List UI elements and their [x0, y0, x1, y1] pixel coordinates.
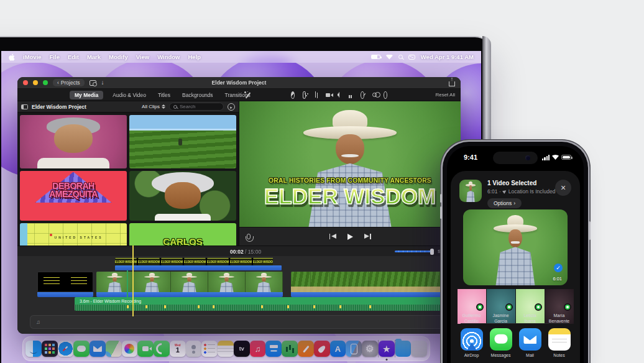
dock-phone[interactable]	[154, 341, 170, 357]
dock-app-store[interactable]	[330, 341, 346, 357]
play-button[interactable]	[347, 234, 353, 240]
minimize-window-button[interactable]	[33, 80, 38, 85]
dock-rocket-app[interactable]	[314, 341, 330, 357]
contact-leticia-ibarra[interactable]: LeticiaIbarra	[516, 289, 545, 324]
dock-downloads-folder[interactable]	[395, 341, 412, 357]
interview-audio-strip[interactable]	[96, 292, 283, 297]
spotlight-search-icon[interactable]	[398, 55, 403, 59]
share-app-notes[interactable]: Notes	[545, 328, 574, 357]
dock-messages[interactable]	[73, 341, 90, 357]
reset-all-button[interactable]: Reset All	[435, 92, 455, 98]
dock-settings[interactable]	[362, 341, 378, 357]
info-icon[interactable]	[384, 91, 387, 99]
side-button[interactable]	[589, 221, 591, 240]
speed-icon[interactable]	[361, 91, 364, 99]
color-palette-icon[interactable]	[303, 91, 306, 99]
volume-icon[interactable]	[338, 91, 341, 99]
dock-reminders[interactable]	[201, 341, 218, 357]
media-search-field[interactable]	[169, 103, 224, 111]
media-tab[interactable]: Titles	[155, 91, 173, 99]
title-clip[interactable]: ELDER WISDOM	[184, 258, 206, 265]
credits-clip[interactable]	[37, 272, 93, 292]
share-app-mail[interactable]: Mail	[516, 328, 545, 357]
media-tab[interactable]: Audio & Video	[110, 91, 149, 99]
next-frame-button[interactable]	[364, 234, 371, 239]
import-download-icon[interactable]: ↓	[101, 80, 104, 86]
clip-farm-field[interactable]	[129, 115, 236, 168]
title-track-bar[interactable]	[115, 265, 282, 270]
contact-guillermo-castillo[interactable]: GuillermoCastillo	[458, 289, 486, 324]
close-window-button[interactable]	[23, 80, 28, 85]
battery-icon[interactable]	[371, 55, 380, 59]
clip-map-united-states[interactable]: UNITED STATES	[20, 223, 127, 246]
dock-music[interactable]	[250, 341, 266, 357]
selected-check-icon[interactable]: ✓	[554, 264, 563, 272]
dock-keynote[interactable]	[265, 341, 282, 357]
menu-item[interactable]: Modify	[109, 53, 128, 60]
close-button[interactable]: ×	[555, 180, 571, 196]
filmstrip-play-icon[interactable]: ▸	[228, 103, 235, 111]
menu-item[interactable]: Mark	[87, 53, 101, 60]
credits-audio-strip[interactable]	[37, 292, 93, 297]
title-clip[interactable]: ELDER WISDOM	[138, 258, 160, 265]
farm-clip[interactable]	[291, 272, 448, 292]
playhead[interactable]	[132, 246, 134, 316]
back-to-projects-button[interactable]: ‹ Projects	[53, 79, 85, 86]
wifi-icon[interactable]	[386, 55, 393, 60]
background-music-well[interactable]: ♫	[30, 315, 446, 329]
menu-item[interactable]: File	[50, 53, 60, 60]
audio-recording-track[interactable]: 3.6m - Elder Wisdom Recording	[75, 297, 448, 311]
dock-iphone-mirroring[interactable]	[346, 341, 362, 357]
dock-calendar[interactable]	[170, 341, 186, 357]
previous-frame-button[interactable]	[329, 234, 336, 239]
zoom-window-button[interactable]	[43, 80, 48, 85]
preview-viewer[interactable]: ORAL HISTORIES FROM COMMUNITY ANCESTORS …	[239, 101, 461, 227]
dock-imovie[interactable]	[379, 341, 395, 357]
menu-item[interactable]: Help	[188, 53, 201, 60]
clip-portrait-elder-woman[interactable]	[129, 171, 236, 221]
volume-up-button[interactable]	[440, 194, 442, 203]
sidebar-toggle-icon[interactable]	[21, 104, 28, 109]
volume-down-button[interactable]	[440, 206, 442, 219]
dock-notes[interactable]	[218, 341, 234, 357]
enhance-wand-icon[interactable]	[244, 91, 252, 99]
title-clip[interactable]: ELDER WISDOM	[161, 258, 183, 265]
dock-launchpad[interactable]	[42, 341, 58, 357]
title-clip[interactable]: ELDER WISDOM	[115, 258, 137, 265]
media-tab[interactable]: My Media	[70, 91, 103, 99]
filters-icon[interactable]	[372, 91, 376, 99]
menu-clock[interactable]: Wed Apr 1 9:41 AM	[421, 53, 474, 60]
apple-logo-icon[interactable]	[9, 53, 15, 61]
dock-safari[interactable]	[58, 341, 74, 357]
share-app-messages[interactable]: Messages	[487, 328, 515, 357]
contact-jasmine-garcia[interactable]: JasmineGarcia	[487, 289, 515, 324]
color-balance-icon[interactable]	[291, 91, 295, 99]
dock-trash[interactable]	[411, 341, 427, 357]
title-clip[interactable]: ELDER WISDOM	[230, 258, 252, 265]
media-organizer-icon[interactable]	[90, 80, 96, 86]
menu-item[interactable]: iMovie	[23, 53, 42, 60]
crop-icon[interactable]	[314, 91, 318, 99]
share-app-airdrop[interactable]: AirDrop	[458, 328, 486, 357]
menu-item[interactable]: View	[136, 53, 149, 60]
stabilization-icon[interactable]	[326, 91, 329, 99]
equalizer-icon[interactable]	[349, 91, 352, 99]
clip-portrait-magenta[interactable]	[20, 115, 127, 168]
clip-title-carlos[interactable]: CARLOSPLASENCIA	[129, 223, 236, 246]
menu-item[interactable]: Edit	[68, 53, 79, 60]
dock-maps[interactable]	[106, 341, 122, 357]
dock-numbers[interactable]	[282, 341, 298, 357]
dock-mail[interactable]	[90, 341, 106, 357]
options-button[interactable]: Options ›	[487, 198, 522, 208]
clip-filter-dropdown[interactable]: All Clips	[142, 104, 165, 109]
title-clip[interactable]: ELDER WISDOM	[253, 258, 273, 265]
voiceover-mic-icon[interactable]	[247, 234, 251, 239]
zoom-slider-knob[interactable]	[430, 249, 434, 255]
interview-clip[interactable]	[96, 272, 283, 292]
media-tab[interactable]: Backgrounds	[180, 91, 216, 99]
share-icon[interactable]	[449, 81, 455, 86]
dock-facetime[interactable]	[137, 341, 154, 357]
timeline-zoom-slider[interactable]	[395, 250, 432, 252]
dock-pages[interactable]	[298, 341, 314, 357]
clip-title-deborah[interactable]: DEBORAHAMÉZQUITA	[20, 171, 127, 221]
